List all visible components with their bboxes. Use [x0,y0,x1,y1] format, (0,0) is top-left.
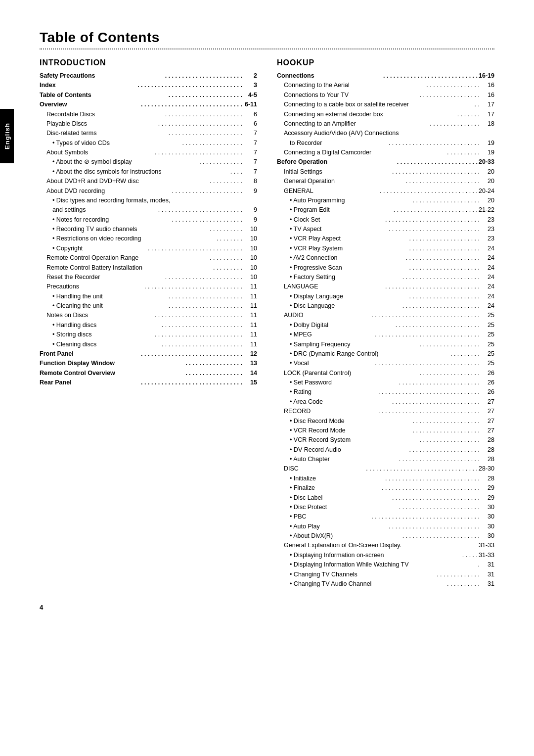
toc-item-page: 6 [243,110,257,119]
toc-item: Function Display Window. . . . . . . . .… [40,359,257,368]
toc-item-label: • Copyright [52,244,147,253]
toc-item: General Explanation of On-Screen Display… [277,541,494,550]
toc-item-dots: . . . . . . . . . . . . . . . . . . . . … [391,167,481,177]
toc-item: Front Panel. . . . . . . . . . . . . . .… [40,349,257,359]
toc-item-page: 6-11 [243,100,257,109]
language-tab-label: English [3,123,11,149]
toc-item-label: Remote Control Battery Installation [46,263,212,273]
divider [40,48,494,49]
toc-item-dots: . . . . . . . . . . [209,225,243,234]
toc-item-page: 11 [243,321,257,330]
toc-item: • Vocal. . . . . . . . . . . . . . . . .… [277,359,494,368]
toc-item-dots: . . . . . . . . . . . . . . . . . . . . … [370,512,481,521]
toc-item-page: 29 [481,483,494,493]
toc-item-label: Overview [40,100,140,109]
toc-item: Disc-related terms. . . . . . . . . . . … [40,129,257,138]
toc-item-label: • Types of video CDs [52,139,181,148]
toc-item: • Finalize. . . . . . . . . . . . . . . … [277,483,494,493]
toc-item: • Initialize. . . . . . . . . . . . . . … [277,474,494,483]
toc-item-page: 23 [481,225,494,234]
toc-item-dots: . . . . . . . . . . . . . . . . . . . . … [408,234,481,243]
toc-item-page: 10 [243,253,257,263]
introduction-toc: Safety Precautions. . . . . . . . . . . … [40,71,257,387]
toc-item-page: 10 [243,234,257,243]
toc-item-page: 27 [481,407,494,416]
toc-item: Connecting to a cable box or satellite r… [277,100,494,109]
toc-item: AUDIO. . . . . . . . . . . . . . . . . .… [277,311,494,320]
toc-item-dots: . . . . . . . . . . . . . . . . . . . . … [388,225,481,234]
toc-item-dots: . . . . [229,167,243,177]
toc-item: • VCR Record Mode. . . . . . . . . . . .… [277,426,494,435]
toc-item-label: Connections to Your TV [284,91,418,100]
toc-item-label: About DVD+R and DVD+RW disc [46,177,209,186]
toc-item: • Auto Chapter. . . . . . . . . . . . . … [277,455,494,464]
toc-item-page: 6 [243,119,257,129]
toc-item: • Disc Language. . . . . . . . . . . . .… [277,301,494,311]
toc-item-page: 11 [243,330,257,339]
toc-item-dots: . . . . . . . . . . . . . . . . . . . . … [398,378,481,387]
toc-item-label: • Storing discs [52,330,154,339]
toc-item-dots: . . . . . . . . . . . . . . . . . . . . … [136,81,243,90]
toc-item-label: • Rating [290,387,377,397]
toc-item-label: Rear Panel [40,378,140,387]
toc-item-label: • About DivX(R) [290,531,401,541]
toc-item-label: • Changing TV Audio Channel [290,579,446,589]
toc-item: • About the ⊘ symbol display. . . . . . … [40,157,257,167]
toc-item-page: 8 [243,177,257,186]
toc-item-label: AUDIO [284,311,370,320]
toc-item: General Operation. . . . . . . . . . . .… [277,177,494,186]
toc-item-label: • Disc Language [290,301,401,311]
toc-item-dots: . . . . . . . . . . . . . . . . . . . . … [171,215,243,225]
toc-item-label: • About the ⊘ symbol display [52,157,198,167]
toc-item: • About DivX(R). . . . . . . . . . . . .… [277,531,494,541]
toc-item-page: 11 [243,311,257,320]
toc-item-dots: . . . . . . . . . . . . . . . . . . . . … [401,273,481,282]
toc-item-label: Remote Control Operation Range [46,253,209,263]
toc-item-label: • About the disc symbols for instruction… [52,167,229,177]
toc-item-label: • PBC [290,512,370,521]
toc-item-label: • DV Record Audio [290,445,408,455]
toc-item: Connecting a Digital Camcorder. . . . . … [277,148,494,157]
toc-item-label: • Auto Play [290,522,388,531]
toc-item-label: General Operation [284,177,405,186]
toc-item-label: • AV2 Connection [290,253,405,263]
toc-item: Safety Precautions. . . . . . . . . . . … [40,71,257,81]
toc-item-label: • Clock Set [290,215,384,225]
toc-item: Connecting to the Aerial. . . . . . . . … [277,81,494,90]
toc-item-label: • Dolby Digital [290,321,395,330]
toc-item-page: 25 [481,349,494,359]
toc-item-page: 27 [481,417,494,426]
toc-item-dots: . . . . . . . . . . . . . . . . . . [418,369,481,378]
toc-item: and settings. . . . . . . . . . . . . . … [40,205,257,215]
toc-item-label: • Notes for recording [52,215,171,225]
toc-item-label: Front Panel [40,349,140,359]
toc-item: • MPEG. . . . . . . . . . . . . . . . . … [277,330,494,339]
toc-item: • Cleaning the unit. . . . . . . . . . .… [40,301,257,311]
toc-item-label: • Vocal [290,359,374,368]
toc-item-page: 24 [481,282,494,291]
toc-item: • Cleaning discs. . . . . . . . . . . . … [40,340,257,349]
toc-item-page: 13 [243,359,257,368]
toc-item-page: 7 [243,139,257,148]
toc-item: Accessory Audio/Video (A/V) Connections [277,129,494,138]
toc-item: About DVD recording. . . . . . . . . . .… [40,187,257,196]
toc-item-label: • Disc Record Mode [290,417,412,426]
toc-item-label: • Displaying Information While Watching … [290,560,477,569]
toc-item-page: 7 [243,148,257,157]
toc-item-page: 20 [481,177,494,186]
toc-item: Recordable Discs. . . . . . . . . . . . … [40,110,257,119]
page-number: 4 [40,604,494,611]
toc-item-dots: . . . . . . . . . . . . . . . . . . . . … [377,387,481,397]
toc-item-dots: . . . . . . . . . . . . . . . [429,119,481,129]
toc-item-page: 24 [481,273,494,282]
toc-item-dots: . . . . . . . . . . . . . . . . . . . . … [168,301,243,311]
toc-item-dots: . . . . . . . [456,110,481,119]
toc-item-page: 25 [481,359,494,368]
toc-item-label: Connections [277,71,382,81]
toc-item-dots: . . . . . . . . [216,234,243,243]
toc-item-dots: . . . . . . . . . . . . . . . . . . [418,340,481,349]
toc-item-label: • Disc types and recording formats, mode… [52,196,241,205]
toc-item-label: • Finalize [290,483,381,493]
toc-item-page: 16 [481,91,494,100]
toc-item-dots: . . . . . . . . . . . . . [436,570,481,579]
